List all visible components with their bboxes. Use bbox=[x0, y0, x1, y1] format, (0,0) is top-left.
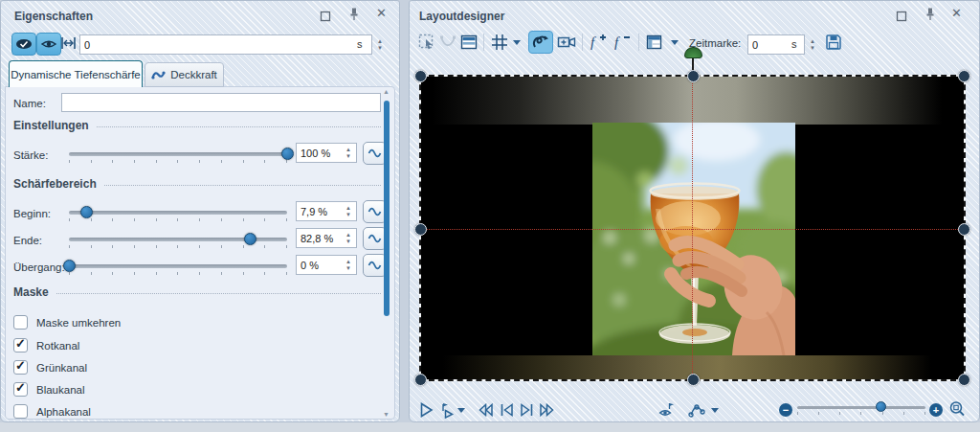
keyframe-link-icon[interactable] bbox=[11, 33, 36, 56]
layout-canvas[interactable] bbox=[419, 75, 966, 381]
maske-umkehren-checkbox[interactable] bbox=[13, 315, 28, 330]
resize-handle-bottom-right[interactable] bbox=[958, 374, 970, 386]
svg-text:f: f bbox=[614, 34, 620, 50]
uebergang-slider[interactable] bbox=[69, 261, 287, 276]
properties-panel: Eigenschaften ✕ s ▲▼ Dynamische Tiefensc… bbox=[0, 0, 400, 422]
gruenkanal-checkbox[interactable] bbox=[13, 360, 28, 375]
resize-handle-top-left[interactable] bbox=[414, 70, 427, 82]
checkbox-label[interactable]: Rotkanal bbox=[36, 340, 79, 352]
pin-icon[interactable] bbox=[924, 7, 936, 26]
dropdown-caret-icon[interactable] bbox=[511, 33, 523, 52]
section-maske: Maske bbox=[13, 285, 381, 299]
skip-to-end-icon[interactable] bbox=[538, 401, 555, 419]
zoom-slider[interactable] bbox=[797, 401, 925, 417]
plus-icon: + bbox=[933, 405, 939, 416]
resize-handle-middle-right[interactable] bbox=[958, 223, 970, 236]
slider-label: Stärke: bbox=[13, 149, 48, 161]
grid-icon[interactable] bbox=[490, 33, 509, 52]
beginn-spinner[interactable]: ▲▼ bbox=[343, 201, 354, 221]
ende-slider[interactable] bbox=[69, 234, 287, 249]
checkbox-row[interactable]: Blaukanal bbox=[13, 381, 85, 398]
slider-label: Ende: bbox=[13, 235, 42, 246]
keyframe-time-input[interactable] bbox=[79, 34, 372, 55]
checkbox-label[interactable]: Maske umkehren bbox=[36, 317, 121, 329]
resize-handle-bottom-left[interactable] bbox=[414, 374, 427, 386]
alphakanal-checkbox[interactable] bbox=[13, 404, 28, 419]
rotation-handle[interactable] bbox=[684, 47, 702, 58]
maximize-icon[interactable] bbox=[896, 9, 907, 26]
photo-hand-with-glass[interactable] bbox=[592, 123, 795, 355]
step-forward-icon[interactable] bbox=[518, 401, 535, 419]
skip-to-start-icon[interactable] bbox=[477, 401, 494, 419]
layers-icon[interactable] bbox=[459, 33, 479, 52]
zoom-out-button[interactable]: − bbox=[779, 403, 792, 417]
checkbox-row[interactable]: Maske umkehren bbox=[13, 314, 121, 330]
staerke-slider[interactable] bbox=[69, 148, 287, 164]
tab-label: Dynamische Tiefenschärfe bbox=[11, 69, 141, 80]
play-from-timemark-icon[interactable] bbox=[438, 401, 456, 419]
zoom-slider-track[interactable] bbox=[797, 406, 925, 409]
step-back-icon[interactable] bbox=[498, 401, 515, 419]
checkbox-row[interactable]: Alphakanal bbox=[13, 403, 91, 420]
select-tool-icon[interactable] bbox=[417, 33, 436, 52]
slider-handle[interactable] bbox=[63, 260, 76, 272]
slider-handle[interactable] bbox=[80, 206, 93, 218]
checkbox-label[interactable]: Grünkanal bbox=[36, 362, 87, 374]
slider-track[interactable] bbox=[69, 211, 287, 215]
name-input[interactable] bbox=[61, 93, 381, 112]
slider-track[interactable] bbox=[69, 152, 287, 156]
dropdown-caret-icon[interactable] bbox=[709, 401, 721, 419]
preview-visibility-icon[interactable] bbox=[658, 401, 676, 419]
timemark-spinner[interactable]: ▲▼ bbox=[807, 34, 818, 55]
resize-handle-top-right[interactable] bbox=[958, 70, 970, 82]
motion-path-tool-icon[interactable] bbox=[528, 31, 553, 54]
slider-ticks bbox=[69, 218, 287, 221]
maximize-icon[interactable] bbox=[320, 9, 331, 26]
resize-handle-top-center[interactable] bbox=[687, 70, 700, 82]
slider-handle[interactable] bbox=[281, 148, 294, 160]
checkbox-label[interactable]: Blaukanal bbox=[36, 384, 85, 396]
crosshair-horizontal bbox=[421, 229, 964, 230]
zoom-fit-icon[interactable] bbox=[948, 400, 966, 418]
uebergang-spinner[interactable]: ▲▼ bbox=[343, 255, 354, 275]
zoom-in-button[interactable]: + bbox=[929, 403, 943, 417]
pin-icon[interactable] bbox=[348, 7, 360, 26]
add-keyframe-icon[interactable]: f bbox=[589, 33, 608, 52]
crosshair-vertical bbox=[692, 77, 693, 379]
dropdown-caret-icon[interactable] bbox=[456, 401, 467, 419]
checkbox-row[interactable]: Rotkanal bbox=[13, 337, 79, 353]
checkbox-row[interactable]: Grünkanal bbox=[13, 359, 87, 375]
scroll-down-icon[interactable]: ▼ bbox=[383, 411, 390, 418]
opacity-curve-icon bbox=[151, 69, 166, 80]
blaukanal-checkbox[interactable] bbox=[13, 382, 28, 397]
slider-handle[interactable] bbox=[244, 233, 256, 245]
section-einstellungen: Einstellungen bbox=[13, 119, 381, 132]
visibility-icon[interactable] bbox=[36, 33, 61, 56]
scrollbar-thumb[interactable] bbox=[384, 101, 390, 316]
slider-track[interactable] bbox=[69, 264, 287, 268]
scrollbar[interactable]: ▲ ▼ bbox=[383, 88, 391, 418]
dropdown-caret-icon[interactable] bbox=[669, 33, 680, 52]
checkbox-label[interactable]: Alphakanal bbox=[36, 406, 91, 418]
keyframe-table-icon[interactable] bbox=[645, 33, 664, 52]
tab-deckkraft[interactable]: Deckkraft bbox=[145, 62, 224, 87]
play-icon[interactable] bbox=[417, 401, 434, 419]
smooth-curve-icon[interactable] bbox=[438, 33, 457, 52]
save-icon[interactable] bbox=[824, 33, 843, 52]
fit-width-icon[interactable] bbox=[60, 35, 77, 55]
ende-spinner[interactable]: ▲▼ bbox=[343, 228, 354, 248]
tab-dynamische-tiefenschaerfe[interactable]: Dynamische Tiefenschärfe bbox=[9, 60, 143, 87]
close-icon[interactable]: ✕ bbox=[951, 6, 962, 20]
beginn-slider[interactable] bbox=[69, 207, 287, 222]
camera-pan-icon[interactable] bbox=[557, 33, 576, 52]
scroll-up-icon[interactable]: ▲ bbox=[383, 88, 390, 95]
zoom-slider-handle[interactable] bbox=[876, 401, 886, 412]
remove-keyframe-icon[interactable]: f bbox=[612, 33, 632, 52]
motion-path-options-icon[interactable] bbox=[688, 401, 705, 419]
close-icon[interactable]: ✕ bbox=[376, 6, 387, 20]
rotkanal-checkbox[interactable] bbox=[13, 338, 28, 352]
resize-handle-bottom-center[interactable] bbox=[687, 374, 700, 386]
staerke-spinner[interactable]: ▲▼ bbox=[343, 143, 354, 163]
time-spinner[interactable]: ▲▼ bbox=[374, 34, 386, 55]
resize-handle-middle-left[interactable] bbox=[414, 223, 427, 236]
